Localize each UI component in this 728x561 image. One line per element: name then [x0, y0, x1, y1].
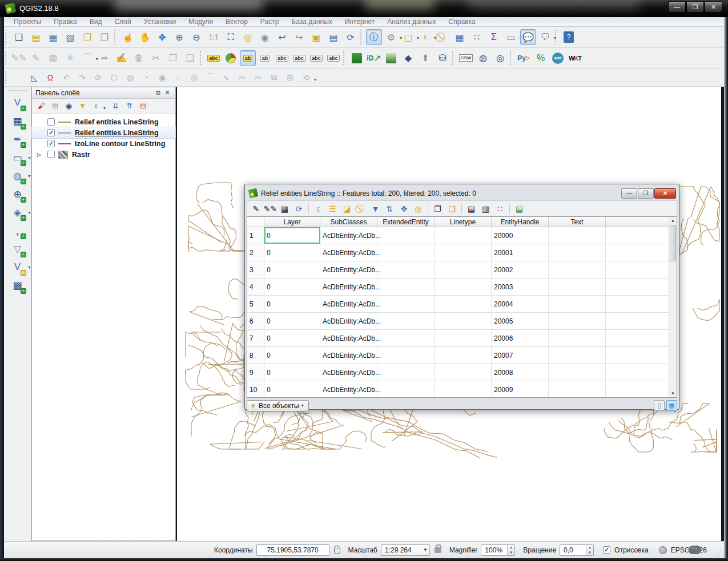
multiedit-icon[interactable]: ✎✎ [264, 202, 277, 215]
expand-all-icon[interactable]: ⇊ [110, 100, 122, 112]
area-percent-tool-icon[interactable]: % [533, 50, 549, 66]
cell-linetype[interactable] [435, 381, 492, 397]
add-delimited-text-layer-icon[interactable]: ,+ [9, 222, 26, 239]
cell-subclasses[interactable]: AcDbEntity:AcDb... [320, 244, 377, 261]
save-project-icon[interactable]: ▦ [45, 29, 61, 45]
cell-linetype[interactable] [435, 347, 492, 364]
collapse-all-icon[interactable]: ⇈ [123, 100, 135, 112]
add-raster-layer-icon[interactable]: ▦+ [9, 112, 26, 130]
scale-combobox[interactable]: 1:29 264 ▼ [381, 544, 430, 556]
delete-ring-icon[interactable]: ◌ [171, 71, 186, 84]
zoom-in-icon[interactable]: ⊕ [171, 29, 187, 45]
rotate-feature-icon[interactable]: ⟳ [91, 71, 106, 84]
cell-extendedentity[interactable] [377, 364, 435, 381]
cell-layer[interactable]: 0 [264, 313, 320, 329]
cell-linetype[interactable] [435, 244, 492, 261]
dialog-minimize-button[interactable]: — [621, 188, 637, 199]
add-wfs-layer-icon[interactable]: ◈+ [9, 204, 26, 221]
snapping-icon[interactable]: Ω [43, 71, 58, 84]
menu-settings[interactable]: Установки [138, 17, 182, 26]
filter-legend-icon[interactable]: ▼ [77, 100, 89, 112]
cell-entityhandle[interactable]: 20007 [492, 347, 549, 364]
dialog-titlebar[interactable]: Relief entities LineString :: Features t… [247, 186, 677, 200]
cell-layer[interactable]: 0 [264, 364, 320, 381]
new-bookmark-icon[interactable]: ▣ [308, 29, 324, 45]
cell-text[interactable] [549, 261, 606, 278]
cell-text[interactable] [549, 364, 606, 381]
rotate-label-icon[interactable]: abc [308, 50, 324, 66]
cell-extendedentity[interactable] [377, 313, 435, 329]
new-shapefile-layer-icon[interactable]: V✳ [9, 259, 26, 276]
cell-extendedentity[interactable] [377, 244, 435, 261]
row-number[interactable]: 9 [247, 364, 264, 381]
metasearch-diamond-icon[interactable]: ◆ [400, 50, 416, 66]
circular-string-icon[interactable]: ⌒ [79, 50, 95, 66]
coordinates-input[interactable]: 75.1905,53.7870 [256, 544, 329, 556]
cell-subclasses[interactable]: AcDbEntity:AcDb... [320, 330, 377, 346]
zoom-next-icon[interactable]: ↪ [291, 29, 307, 45]
menu-raster[interactable]: Растр [254, 17, 285, 26]
add-vector-layer-icon[interactable]: V+ [9, 94, 26, 111]
table-view-button[interactable]: ▦ [666, 400, 677, 411]
cell-layer[interactable]: 0 [264, 296, 320, 312]
spin-up-icon[interactable]: ▲ [586, 545, 593, 550]
add-wcs-layer-icon[interactable]: ⊕+ [9, 185, 26, 203]
undo-icon[interactable]: ↶ [59, 71, 74, 84]
cell-subclasses[interactable]: AcDbEntity:AcDb... [320, 279, 377, 295]
conditional-formatting-icon[interactable]: ▤ [513, 202, 526, 215]
row-number[interactable]: 2 [247, 244, 264, 261]
measure-icon[interactable]: ▭ [503, 29, 519, 45]
move-feature-icon[interactable]: ➦ [96, 50, 112, 66]
rotate-point-symbols-icon[interactable]: ⟲ [299, 71, 313, 84]
zoom-out-icon[interactable]: ⊖ [188, 29, 204, 45]
row-number[interactable]: 10 [247, 381, 264, 397]
statistics-icon[interactable]: ∷ [469, 29, 485, 45]
cell-text[interactable] [549, 279, 606, 295]
simplify-feature-icon[interactable]: ⬡ [107, 71, 122, 84]
select-by-expression-icon[interactable]: ε [312, 202, 325, 215]
add-part-icon[interactable]: ◔ [139, 71, 154, 84]
cell-linetype[interactable] [435, 227, 492, 244]
open-attribute-table-icon[interactable]: ▦ [452, 29, 468, 45]
menu-help[interactable]: Справка [443, 17, 482, 26]
open-project-icon[interactable]: ▤ [28, 29, 44, 45]
row-number[interactable]: 5 [247, 296, 264, 312]
deselect-all-icon[interactable]: ⃠ [435, 29, 451, 45]
save-layer-edits-icon[interactable]: ▦ [45, 50, 61, 66]
float-panel-icon[interactable]: ⧉ [154, 89, 163, 96]
magnifier-spinner[interactable]: 100% ▲▼ [481, 544, 515, 556]
maximize-button[interactable]: ❐ [686, 1, 704, 13]
pan-to-selection-icon[interactable]: ✥ [154, 29, 170, 45]
cell-subclasses[interactable]: AcDbEntity:AcDb... [320, 261, 377, 278]
zoom-to-layer-icon[interactable]: ◎ [240, 29, 256, 45]
scroll-down-icon[interactable]: ▼ [669, 390, 677, 397]
highlight-pinned-labels-icon[interactable]: ab [257, 50, 273, 66]
delete-part-icon[interactable]: ◎ [187, 71, 202, 84]
new-gpx-layer-icon[interactable]: ▽+ [9, 240, 26, 257]
cell-subclasses[interactable]: AcDbEntity:AcDb... [320, 364, 377, 381]
reshape-features-icon[interactable]: ⌒ [203, 71, 218, 84]
cut-features-icon[interactable]: ✂ [148, 50, 164, 66]
col-text[interactable]: Text [549, 217, 606, 227]
form-view-button[interactable]: ▯ [654, 400, 665, 411]
split-features-icon[interactable]: ✂ [235, 71, 250, 84]
grass-tools-icon[interactable] [349, 50, 365, 66]
filter-select-icon[interactable]: ▼ [369, 202, 382, 215]
layer-item-izoline[interactable]: ✓ IzoLine contour LineString [32, 138, 175, 149]
cell-extendedentity[interactable] [377, 347, 435, 364]
spin-down-icon[interactable]: ▼ [508, 550, 514, 555]
cell-text[interactable] [549, 381, 606, 397]
refresh-map-icon[interactable]: ⟳ [343, 29, 359, 45]
show-bookmarks-icon[interactable]: ▤ [325, 29, 341, 45]
deselect-all-icon[interactable]: ⃠ [355, 202, 368, 215]
zoom-native-icon[interactable]: 1:1 [206, 29, 222, 45]
new-virtual-layer-icon[interactable]: ▩+ [9, 277, 26, 294]
layer-checkbox[interactable] [47, 118, 55, 126]
row-number[interactable]: 4 [247, 279, 264, 295]
rotation-spinner[interactable]: 0,0 ▲▼ [560, 544, 594, 556]
cell-subclasses[interactable]: AcDbEntity:AcDb... [320, 381, 377, 397]
copy-features-icon[interactable]: ❐ [165, 50, 181, 66]
col-extendedentity[interactable]: ExtendedEntity [377, 217, 435, 227]
scroll-up-icon[interactable]: ▲ [669, 217, 677, 224]
dialog-maximize-button[interactable]: ❐ [638, 188, 654, 199]
